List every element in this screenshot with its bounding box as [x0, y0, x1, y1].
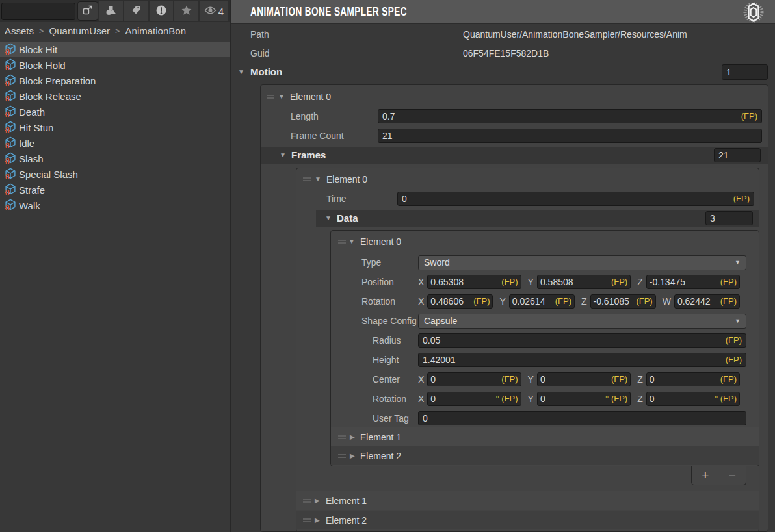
drag-handle[interactable]	[303, 518, 311, 522]
user-tag-field[interactable]: 0	[418, 411, 746, 425]
position-z-field[interactable]: -0.13475(FP)	[646, 275, 740, 289]
asset-cube-icon: {}	[5, 199, 16, 212]
user-tag-label: User Tag	[373, 411, 409, 426]
inspector-title: ANIMATION BONE SAMPLER SPEC	[250, 5, 407, 19]
data-element1-header[interactable]: Element 1	[360, 429, 401, 445]
frame-count-label: Frame Count	[291, 128, 344, 144]
rotation-z-field[interactable]: -0.61085(FP)	[590, 294, 656, 309]
motion-foldout-icon[interactable]: ▼	[238, 64, 244, 80]
type-label: Type	[361, 255, 381, 270]
frame-count-field[interactable]: 21	[378, 129, 762, 143]
drag-handle[interactable]	[303, 499, 311, 503]
asset-cube-icon: {}	[5, 58, 16, 72]
list-item[interactable]: {} Walk	[0, 197, 230, 213]
svg-text:{}: {}	[5, 204, 10, 210]
list-item[interactable]: {} Strafe	[0, 182, 230, 197]
length-value: 0.7	[382, 111, 395, 121]
axis-z-label: Z	[637, 374, 643, 385]
search-input[interactable]	[1, 3, 75, 20]
breadcrumb-separator: >	[39, 26, 44, 36]
shape-config-value: Capsule	[424, 316, 457, 326]
length-field[interactable]: 0.7 (FP)	[378, 109, 762, 123]
position-x-field[interactable]: 0.65308(FP)	[427, 275, 521, 289]
rotation-x-field[interactable]: 0.48606(FP)	[427, 294, 493, 309]
frames-element1-header[interactable]: Element 1	[326, 493, 367, 509]
svg-text:{}: {}	[5, 126, 10, 133]
remove-element-button[interactable]: −	[725, 467, 740, 484]
list-item[interactable]: {} Block Hold	[0, 57, 230, 73]
rotation-y-field[interactable]: 0.02614(FP)	[509, 294, 575, 309]
drag-handle[interactable]	[338, 435, 346, 439]
center-row: X 0(FP) Y 0(FP) Z 0(FP)	[418, 372, 746, 386]
data-element2-header[interactable]: Element 2	[360, 448, 401, 464]
breadcrumb-quantumuser[interactable]: QuantumUser	[49, 25, 110, 36]
rotation-w-field[interactable]: 0.62442(FP)	[674, 294, 740, 309]
list-item[interactable]: {} Idle	[0, 135, 230, 151]
rotation-euler-x-field[interactable]: 0° (FP)	[427, 392, 521, 406]
alert-icon	[155, 5, 167, 18]
center-y-field[interactable]: 0(FP)	[537, 372, 631, 386]
element0-foldout-icon[interactable]: ▼	[278, 89, 285, 105]
list-item[interactable]: {} Block Preparation	[0, 73, 230, 88]
data-element2-foldout-icon[interactable]: ▶	[350, 448, 355, 464]
data-foldout-icon[interactable]: ▼	[325, 210, 332, 226]
frames-label[interactable]: Frames	[291, 147, 326, 163]
eye-icon	[204, 6, 217, 17]
frame-count-value: 21	[382, 131, 393, 141]
shape-config-dropdown[interactable]: Capsule ▼	[418, 314, 746, 329]
errors-button[interactable]	[150, 1, 174, 21]
type-dropdown[interactable]: Sword ▼	[418, 255, 746, 270]
rotation-euler-z-field[interactable]: 0° (FP)	[646, 392, 740, 406]
breadcrumb-assets[interactable]: Assets	[5, 25, 34, 36]
radius-field[interactable]: 0.05 (FP)	[418, 333, 746, 348]
list-item[interactable]: {} Special Slash	[0, 166, 230, 182]
frames-element2-header[interactable]: Element 2	[326, 513, 367, 528]
center-z-field[interactable]: 0(FP)	[646, 372, 740, 386]
chevron-down-icon: ▼	[735, 314, 741, 328]
frames-element1-foldout-icon[interactable]: ▶	[315, 493, 320, 509]
visibility-button[interactable]: 4	[200, 1, 228, 21]
drag-handle[interactable]	[303, 177, 311, 181]
open-in-window-button[interactable]	[77, 1, 98, 21]
drag-handle[interactable]	[338, 240, 346, 244]
add-element-button[interactable]: +	[698, 467, 713, 484]
fp-badge: (FP)	[733, 192, 750, 205]
drag-handle[interactable]	[267, 95, 274, 99]
frames-element2-foldout-icon[interactable]: ▶	[315, 513, 320, 528]
browser-toolbar: 4	[0, 0, 230, 22]
element0-header[interactable]: Element 0	[290, 89, 331, 105]
data-element1-foldout-icon[interactable]: ▶	[350, 429, 355, 445]
data-label[interactable]: Data	[337, 210, 358, 226]
position-y-field[interactable]: 0.58508(FP)	[537, 275, 631, 289]
asset-cube-icon: {}	[5, 105, 16, 119]
axis-w-label: W	[663, 296, 671, 307]
rotation-euler-y-field[interactable]: 0° (FP)	[537, 392, 631, 406]
time-field[interactable]: 0 (FP)	[397, 192, 754, 206]
motion-label[interactable]: Motion	[250, 64, 282, 80]
drag-handle[interactable]	[338, 454, 346, 458]
frames-size-field[interactable]: 21	[714, 148, 761, 162]
data-element0-foldout-icon[interactable]: ▼	[348, 234, 355, 249]
filter-by-type-button[interactable]	[99, 1, 124, 21]
svg-text:{}: {}	[5, 110, 10, 117]
favorites-button[interactable]	[174, 1, 198, 21]
height-field[interactable]: 1.42001 (FP)	[418, 353, 746, 367]
axis-x-label: X	[418, 374, 424, 385]
list-item[interactable]: {} Block Hit	[0, 42, 230, 57]
list-item[interactable]: {} Block Release	[0, 88, 230, 104]
frame-element0-header[interactable]: Element 0	[326, 171, 367, 187]
frames-foldout-icon[interactable]: ▼	[280, 147, 286, 163]
list-footer: + −	[691, 466, 746, 485]
data-size-field[interactable]: 3	[705, 211, 753, 225]
list-item[interactable]: {} Death	[0, 104, 230, 120]
svg-text:{}: {}	[5, 173, 10, 179]
asset-name: Block Hold	[19, 60, 66, 71]
motion-size-field[interactable]: 1	[722, 64, 768, 80]
filter-by-label-button[interactable]	[124, 1, 148, 21]
breadcrumb-folder[interactable]: AnimationBon	[125, 25, 186, 36]
center-x-field[interactable]: 0(FP)	[427, 372, 521, 386]
frame-element0-foldout-icon[interactable]: ▼	[315, 171, 321, 187]
list-item[interactable]: {} Slash	[0, 151, 230, 166]
list-item[interactable]: {} Hit Stun	[0, 120, 230, 135]
data-element0-header[interactable]: Element 0	[360, 234, 401, 249]
